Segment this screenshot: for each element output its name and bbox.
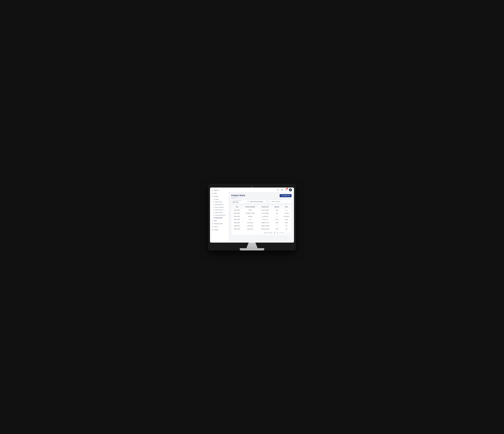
dot-product: [213, 199, 214, 199]
page-header: Product Stock Dashboard Export CSV: [231, 194, 292, 198]
category-select[interactable]: Select Product Category: [249, 200, 267, 203]
table-row: DMD PARKSANDBLACK SAND1,0001.5: [231, 208, 291, 212]
cell-rate: 80,00,000: [281, 215, 291, 218]
search-input[interactable]: [268, 200, 292, 203]
page-title-group: Product Stock Dashboard: [231, 194, 245, 198]
sidebar-label-product-transfer: Product Transfer: [215, 209, 223, 210]
svg-point-3: [212, 220, 213, 221]
sidebar-item-product-stock[interactable]: Product Stock: [210, 217, 229, 219]
table-row: DMD PARKBAG 50KGCEMENT (BAG)2,000350: [231, 227, 291, 231]
chevron-bank: ›: [227, 193, 227, 194]
col-product-item: Product Item: [258, 205, 272, 208]
page-content: Product Stock Dashboard Export CSV Selec…: [229, 192, 294, 243]
cell-site: DMD PARK: [231, 212, 243, 215]
purchase-icon: [212, 223, 213, 225]
cell-category: BOILER: [243, 215, 258, 218]
cell-quantity: 1,000: [272, 221, 281, 224]
export-btn-label: Export CSV: [283, 195, 290, 196]
cell-category: ELECTRIC: [243, 221, 258, 224]
notification-btn[interactable]: 99+: [285, 189, 288, 191]
cell-quantity: 1,000: [272, 218, 281, 221]
sidebar-item-product-recipe[interactable]: Product Recipe: [210, 211, 229, 214]
sidebar-item-purchase-order[interactable]: Purchase Order ›: [210, 222, 229, 225]
dot-manufacture: [213, 215, 214, 215]
sidebar-label-purchase-order: Purchase Order: [214, 223, 223, 225]
product-stock-table: Site Product Category Product Item Quant…: [231, 205, 292, 235]
sidebar-item-product-parent[interactable]: Product ˅: [210, 195, 229, 198]
dot-brand: [213, 202, 214, 202]
notification-badge: 99+: [286, 188, 288, 189]
sidebar-label-product-stock: Product Stock: [215, 217, 223, 218]
cell-rate: 350: [281, 227, 291, 231]
cell-item: CEMENT (BAG): [258, 227, 272, 231]
pagination: Rows per page: 25 10 50 100 1–7 of 7 ‹: [231, 231, 291, 235]
table-row: DMD PARKSUTRING STEEL(10') I BEAM1001,11…: [231, 212, 291, 215]
cell-site: DMD PARK: [231, 227, 243, 231]
monitor-camera: [252, 186, 252, 187]
rows-per-page-select[interactable]: 25 10 50 100: [273, 232, 278, 234]
sidebar-item-product-brand[interactable]: Product Brand: [210, 201, 229, 203]
expense-icon: [212, 190, 213, 191]
svg-line-7: [270, 202, 271, 202]
sidebar-label-product-sub: Product: [215, 199, 219, 200]
site-select[interactable]: DMD PARK: [231, 199, 248, 204]
sidebar: Expense › Bank › Product: [210, 188, 229, 243]
topbar: 99+ N: [229, 188, 294, 192]
sidebar-item-product-transfer[interactable]: Product Transfer: [210, 208, 229, 211]
svg-point-6: [270, 201, 270, 202]
sidebar-label-bank: Bank: [214, 193, 217, 194]
bank-icon: [212, 192, 213, 194]
sidebar-item-product-sub[interactable]: Product: [210, 198, 229, 201]
sidebar-item-product-category[interactable]: Product Category: [210, 206, 229, 208]
category-filter: Select Product Category ▾: [249, 200, 267, 203]
chevron-expense: ›: [227, 190, 227, 191]
data-table: Site Product Category Product Item Quant…: [231, 205, 291, 231]
chevron-settings: ›: [227, 229, 227, 230]
col-quantity: Quantity: [272, 205, 281, 208]
cell-quantity: 1: [272, 215, 281, 218]
table-row: DMD PARKELECTRIC(3AMP) PLUG1,0008,000: [231, 221, 291, 224]
export-csv-button[interactable]: Export CSV: [280, 194, 292, 197]
sidebar-label-product-brand: Product Brand: [215, 201, 222, 202]
svg-point-4: [212, 226, 213, 227]
table-row: DMD PARKPLY(5'×4') PLY1,0008,000: [231, 218, 291, 221]
chat-icon-btn[interactable]: [277, 189, 279, 191]
col-rate: Rate: [281, 205, 291, 208]
cell-item: CEMENT (BAG): [258, 224, 272, 227]
app-container: Expense › Bank › Product: [210, 188, 294, 243]
sidebar-item-expense[interactable]: Expense ›: [210, 189, 229, 192]
cell-quantity: 1,000: [272, 208, 281, 212]
user-avatar[interactable]: N: [289, 188, 292, 191]
sidebar-item-bank[interactable]: Bank ›: [210, 192, 229, 195]
cell-category: SUTRING STEEL: [243, 212, 258, 215]
sidebar-label-product: Product: [214, 196, 218, 197]
dot-transfer: [213, 209, 214, 210]
cell-item: (5'×4') PLY: [258, 218, 272, 221]
next-page-btn[interactable]: ›: [288, 232, 290, 234]
sidebar-item-material-request[interactable]: Material Request: [210, 203, 229, 206]
cell-site: DMD PARK: [231, 224, 243, 227]
sidebar-item-settings[interactable]: Settings ›: [210, 228, 229, 231]
cell-site: DMD PARK: [231, 221, 243, 224]
chevron-purchase: ›: [227, 223, 227, 224]
monitor-stand-base: [240, 248, 264, 250]
cell-quantity: 2,000: [272, 227, 281, 231]
cell-category: BAG 50KG: [243, 227, 258, 231]
sidebar-label-settings: Settings: [214, 229, 218, 231]
monitor-stand-neck: [246, 243, 258, 248]
sidebar-item-rmc[interactable]: RMC ›: [210, 219, 229, 222]
rows-per-page-label: Rows per page:: [264, 232, 272, 233]
sidebar-submenu-product: Product Product Brand Material Request P…: [210, 198, 229, 219]
sidebar-item-product-manufacture[interactable]: Product Manufacture: [210, 214, 229, 217]
prev-page-btn[interactable]: ‹: [285, 232, 287, 234]
sidebar-label-product-recipe: Product Recipe: [215, 212, 223, 213]
cell-item: (3') BOILER: [258, 215, 272, 218]
sidebar-item-labour[interactable]: Labour ›: [210, 225, 229, 228]
cell-category: PLY: [243, 218, 258, 221]
dot-recipe: [213, 212, 214, 213]
svg-point-5: [212, 230, 213, 230]
chevron-labour: ›: [227, 226, 227, 227]
rows-per-page-group: Rows per page: 25 10 50 100: [264, 232, 278, 234]
mail-icon-btn[interactable]: [281, 189, 284, 191]
dot-material: [213, 204, 214, 205]
